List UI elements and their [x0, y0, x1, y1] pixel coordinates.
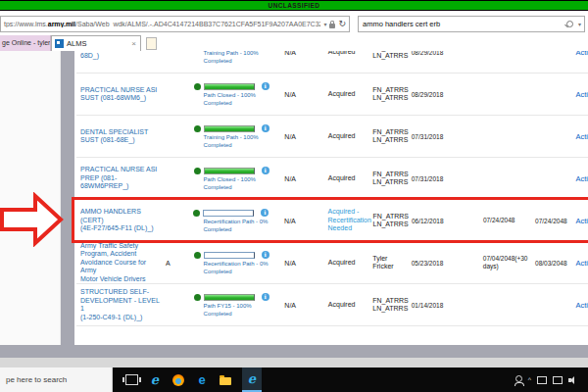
owner-cell: Tyler Fricker	[370, 255, 410, 271]
tab-alms[interactable]: ALMS ×	[51, 35, 141, 51]
status-dot-icon	[194, 252, 201, 259]
status-cell: Acquired	[320, 90, 370, 99]
info-icon[interactable]: i	[262, 251, 270, 259]
battery-icon[interactable]	[537, 376, 547, 384]
browser-search-input[interactable]: ammo handlers cert erb	[359, 20, 564, 28]
system-tray: ^	[515, 368, 588, 392]
browser-search-box[interactable]: ammo handlers cert erb ▾	[358, 16, 585, 32]
table-row: DENTAL SPECIALIST SUST (081-68E_)iTraini…	[76, 116, 588, 158]
progress-bar	[204, 83, 255, 90]
progress-cell: iTraining Path - 100%Completed	[189, 123, 278, 149]
registration-cell: N/A	[277, 51, 320, 56]
volume-icon[interactable]	[568, 378, 571, 382]
lock-icon	[329, 24, 335, 28]
progress-label-2: Completed	[204, 141, 278, 149]
progress-bar	[203, 210, 254, 217]
progress-bar	[204, 125, 255, 132]
tab-alms-label: ALMS	[67, 39, 131, 48]
table-row: Army Traffic Safety Program, Accident Av…	[76, 242, 588, 284]
course-name-link[interactable]: Army Traffic Safety Program, Accident Av…	[80, 242, 146, 282]
actions-link[interactable]: Acti	[575, 174, 588, 183]
actions-link[interactable]: Acti	[575, 217, 588, 225]
progress-cell: iTraining Path - 100%Completed	[189, 51, 278, 65]
internet-explorer-active-button[interactable]: e	[242, 368, 262, 392]
actions-link[interactable]: Acti	[575, 51, 588, 57]
firefox-button[interactable]	[172, 368, 185, 392]
status-dot-icon	[193, 210, 200, 217]
table-row: AMMO HANDLERS (CERT) (4E-F27/645-F11 (DL…	[76, 200, 588, 242]
status-cell: Acquired	[320, 259, 370, 268]
actions-link[interactable]: Acti	[575, 301, 588, 310]
taskbar-search-input[interactable]: pe here to search	[0, 368, 113, 392]
url-dropdown-icon[interactable]: ▾	[323, 21, 326, 27]
info-icon[interactable]: i	[262, 293, 270, 301]
registration-cell: N/A	[277, 133, 320, 140]
progress-label: Recertification Path - 0%	[203, 218, 277, 225]
edge-button[interactable]: e	[195, 368, 209, 392]
info-icon[interactable]: i	[262, 124, 270, 132]
info-icon[interactable]: i	[262, 82, 270, 90]
status-cell: Acquired	[320, 174, 370, 183]
info-icon[interactable]: i	[262, 167, 270, 174]
task-view-button[interactable]	[124, 368, 138, 392]
table-row: PRACTICAL NURSE ASI PREP (081-68WM6PREP_…	[76, 158, 588, 200]
status-cell: Acquired	[320, 301, 370, 310]
progress-label: Path Closed - 100%	[204, 175, 278, 183]
actions-link[interactable]: Acti	[575, 259, 588, 268]
alms-favicon-icon	[55, 39, 64, 48]
tab-merchandise-online[interactable]: ge Online - tyler...	[0, 35, 51, 51]
internet-explorer-button[interactable]: e	[148, 368, 162, 392]
status-cell: Acquired - Recertification Needed	[320, 208, 371, 233]
course-name-link[interactable]: PRACTICAL NURSE ASI SUST (081-68WM6_)	[80, 86, 157, 102]
progress-cell: iPath Closed - 100%Completed	[189, 166, 278, 191]
file-explorer-button[interactable]	[219, 368, 232, 392]
registration-cell: N/A	[277, 91, 320, 98]
expiration-date-cell: 07/24/2048	[483, 217, 535, 224]
status-dot-icon	[194, 83, 201, 90]
owner-cell: FN_ATRRSLN_ATRRS	[370, 128, 410, 145]
tab-close-icon[interactable]: ×	[131, 39, 140, 48]
progress-cell: iRecertification Path - 0%Completed	[189, 250, 278, 275]
network-icon[interactable]	[553, 376, 563, 384]
progress-cell: iPath FY15 - 100%Completed	[189, 292, 278, 318]
owner-cell: FN_ATRRSLN_ATRRS	[370, 51, 410, 61]
registration-cell: N/A	[277, 218, 319, 224]
progress-label: Training Path - 100%	[204, 133, 278, 141]
course-name-link[interactable]: PRACTICAL NURSE ASI PREP (081-68WM6PREP_…	[80, 166, 157, 189]
classification-banner: UNCLASSIFIED	[0, 0, 588, 11]
registration-cell: N/A	[277, 260, 320, 267]
status-dot-icon	[194, 168, 201, 174]
actions-link[interactable]: Acti	[575, 90, 588, 99]
acquired-date-cell: 07/31/2018	[410, 175, 464, 182]
progress-label-2: Completed	[204, 268, 278, 275]
address-bar[interactable]: tps://www.lms.army.mil/Saba/Web_wdk/ALMS…	[0, 16, 350, 32]
course-name-link[interactable]: AMMO HANDLERS (CERT) (4E-F27/645-F11 (DL…	[80, 208, 154, 231]
firefox-icon	[172, 374, 184, 386]
search-dropdown-icon[interactable]: ▾	[578, 21, 581, 27]
page-content: 68D_)iTraining Path - 100%CompletedN/AAc…	[0, 51, 588, 345]
course-name-link[interactable]: DENTAL SPECIALIST SUST (081-68E_)	[80, 128, 148, 144]
course-name-link[interactable]: 68D_)	[80, 51, 99, 59]
recert-date-cell: 07/24/2048	[535, 218, 575, 224]
chevron-up-icon[interactable]: ^	[528, 376, 531, 383]
page-sidebar	[0, 51, 61, 345]
owner-cell: FN_ATRRSLN_ATRRS	[370, 171, 410, 187]
table-row: STRUCTURED SELF- DEVELOPMENT - LEVEL 1 (…	[76, 284, 588, 326]
progress-label-2: Completed	[204, 99, 278, 107]
progress-label-2: Completed	[204, 310, 278, 318]
progress-bar	[204, 168, 255, 174]
new-tab-button[interactable]	[146, 37, 157, 50]
progress-label: Path FY15 - 100%	[204, 302, 278, 310]
owner-cell: FN_ATRRSLN_ATRRS	[371, 213, 410, 229]
info-icon[interactable]: i	[261, 209, 269, 217]
progress-bar	[204, 294, 255, 301]
acquired-date-cell: 07/31/2018	[410, 133, 464, 140]
refresh-icon[interactable]: ↻	[338, 20, 346, 28]
user-icon[interactable]	[515, 375, 522, 382]
course-name-link[interactable]: STRUCTURED SELF- DEVELOPMENT - LEVEL 1 (…	[80, 288, 160, 320]
recert-date-cell: 08/03/2048	[535, 260, 575, 267]
search-icon[interactable]	[566, 21, 573, 27]
taskbar: pe here to search e e e ^	[0, 368, 588, 392]
status-cell: Acquired	[320, 51, 370, 56]
actions-link[interactable]: Acti	[575, 132, 588, 141]
